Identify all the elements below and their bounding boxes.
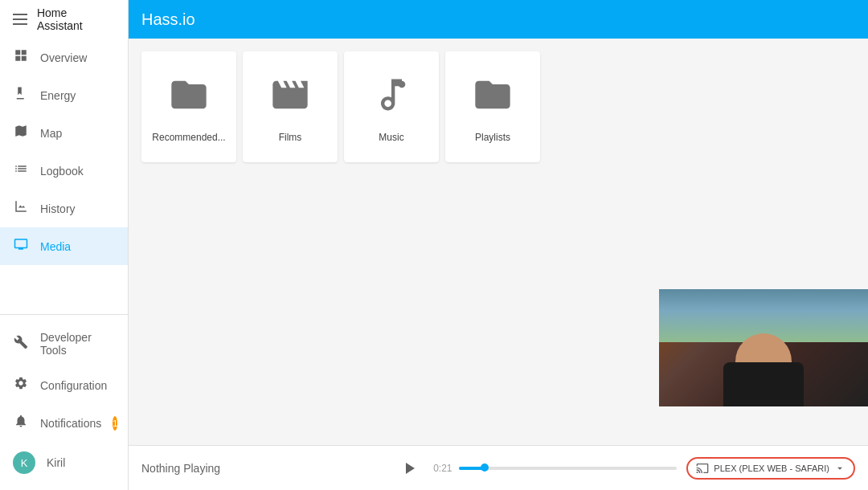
content-area: Hass.io Recommended... Films	[129, 0, 868, 490]
sidebar-item-user[interactable]: K Kiril	[0, 442, 128, 484]
hamburger-icon[interactable]	[13, 14, 27, 25]
sidebar-item-configuration[interactable]: Configuration	[0, 366, 128, 404]
plex-selector[interactable]: PLEX (PLEX WEB - SAFARI)	[686, 457, 855, 480]
wrench-icon	[13, 335, 29, 353]
media-card-label-music: Music	[379, 132, 403, 143]
media-card-playlists[interactable]: Playlists	[445, 51, 540, 162]
sidebar-item-media[interactable]: Media	[0, 227, 128, 265]
sidebar-label-developer-tools: Developer Tools	[40, 331, 115, 357]
media-card-recommended[interactable]: Recommended...	[141, 51, 236, 162]
cast-icon	[696, 462, 709, 475]
sidebar-label-configuration: Configuration	[40, 379, 107, 392]
sidebar-item-logbook[interactable]: Logbook	[0, 152, 128, 190]
sidebar-item-overview[interactable]: Overview	[0, 39, 128, 76]
media-card-label-films: Films	[279, 132, 302, 143]
page-title: Hass.io	[141, 10, 195, 29]
sidebar: Home Assistant Overview Energy	[0, 0, 129, 490]
progress-bar[interactable]	[459, 467, 678, 470]
media-card-music[interactable]: Music	[344, 51, 439, 162]
player-bar: Nothing Playing 0:21 PLEX (PLEX WEB - SA…	[129, 445, 868, 490]
sidebar-label-map: Map	[40, 127, 62, 140]
progress-fill	[459, 467, 485, 470]
media-icon	[13, 237, 29, 255]
sidebar-label-energy: Energy	[40, 89, 76, 102]
media-grid: Recommended... Films Music	[129, 39, 868, 445]
sidebar-header: Home Assistant	[0, 0, 128, 39]
flash-icon	[13, 86, 29, 104]
folder-icon-recommended	[168, 74, 210, 122]
sidebar-label-logbook: Logbook	[40, 165, 84, 178]
sidebar-item-map[interactable]: Map	[0, 114, 128, 152]
sidebar-label-user: Kiril	[47, 456, 65, 469]
sidebar-item-history[interactable]: History	[0, 190, 128, 227]
notification-badge: 1	[113, 416, 117, 431]
map-icon	[13, 124, 29, 142]
sidebar-item-notifications[interactable]: Notifications 1	[0, 404, 128, 442]
sidebar-item-energy[interactable]: Energy	[0, 76, 128, 114]
plex-label: PLEX (PLEX WEB - SAFARI)	[714, 463, 829, 473]
gear-icon	[13, 376, 29, 394]
sidebar-app-title: Home Assistant	[37, 6, 115, 32]
svg-point-0	[399, 81, 406, 88]
sidebar-label-overview: Overview	[40, 51, 87, 64]
bell-icon	[13, 414, 29, 432]
sidebar-label-media: Media	[40, 240, 71, 253]
now-playing-label: Nothing Playing	[141, 462, 385, 475]
sidebar-label-history: History	[40, 202, 76, 215]
play-button[interactable]	[395, 454, 424, 483]
folder-icon-playlists	[472, 74, 514, 122]
sidebar-nav: Overview Energy Map	[0, 39, 128, 314]
media-card-label-playlists: Playlists	[475, 132, 510, 143]
film-icon	[269, 74, 311, 122]
video-face	[659, 289, 868, 406]
media-card-label-recommended: Recommended...	[152, 132, 225, 143]
music-icon	[371, 74, 412, 122]
content-header: Hass.io	[129, 0, 868, 39]
time-elapsed: 0:21	[433, 463, 452, 474]
video-person-body	[723, 362, 804, 406]
video-thumbnail	[659, 289, 868, 406]
avatar: K	[13, 451, 35, 474]
sidebar-bottom: Developer Tools Configuration Notificati…	[0, 314, 128, 490]
media-card-films[interactable]: Films	[243, 51, 338, 162]
chevron-down-icon	[834, 463, 845, 474]
list-icon	[13, 161, 29, 180]
grid-icon	[13, 48, 29, 67]
sidebar-label-notifications: Notifications	[40, 417, 101, 430]
sidebar-item-developer-tools[interactable]: Developer Tools	[0, 321, 128, 366]
chart-icon	[13, 199, 29, 218]
